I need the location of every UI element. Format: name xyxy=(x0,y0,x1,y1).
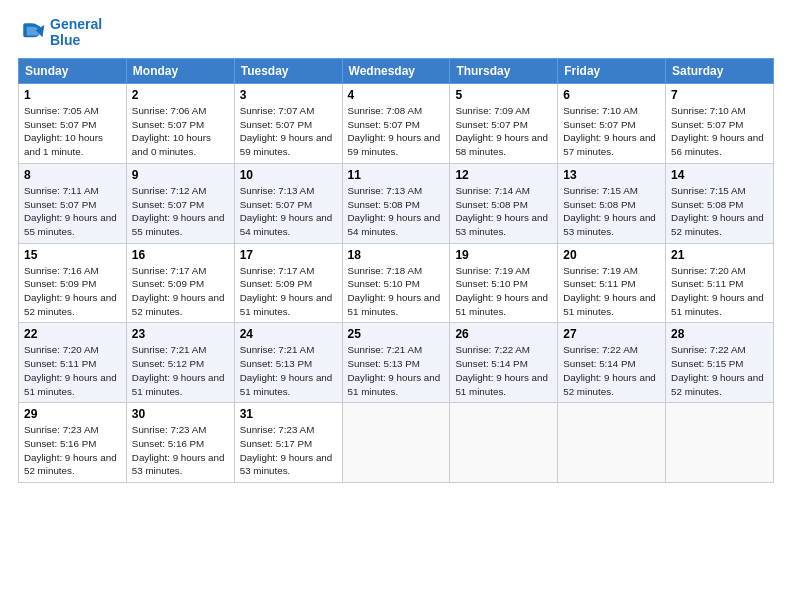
day-cell: 9 Sunrise: 7:12 AM Sunset: 5:07 PM Dayli… xyxy=(126,163,234,243)
day-info: Sunrise: 7:17 AM Sunset: 5:09 PM Dayligh… xyxy=(132,264,229,319)
day-info: Sunrise: 7:12 AM Sunset: 5:07 PM Dayligh… xyxy=(132,184,229,239)
day-number: 19 xyxy=(455,248,552,262)
week-row-1: 1 Sunrise: 7:05 AM Sunset: 5:07 PM Dayli… xyxy=(19,84,774,164)
day-info: Sunrise: 7:11 AM Sunset: 5:07 PM Dayligh… xyxy=(24,184,121,239)
day-number: 29 xyxy=(24,407,121,421)
day-info: Sunrise: 7:22 AM Sunset: 5:14 PM Dayligh… xyxy=(563,343,660,398)
day-number: 13 xyxy=(563,168,660,182)
day-cell: 23 Sunrise: 7:21 AM Sunset: 5:12 PM Dayl… xyxy=(126,323,234,403)
day-cell: 15 Sunrise: 7:16 AM Sunset: 5:09 PM Dayl… xyxy=(19,243,127,323)
day-info: Sunrise: 7:05 AM Sunset: 5:07 PM Dayligh… xyxy=(24,104,121,159)
day-info: Sunrise: 7:22 AM Sunset: 5:15 PM Dayligh… xyxy=(671,343,768,398)
day-info: Sunrise: 7:15 AM Sunset: 5:08 PM Dayligh… xyxy=(563,184,660,239)
day-number: 23 xyxy=(132,327,229,341)
day-info: Sunrise: 7:23 AM Sunset: 5:16 PM Dayligh… xyxy=(132,423,229,478)
day-cell: 16 Sunrise: 7:17 AM Sunset: 5:09 PM Dayl… xyxy=(126,243,234,323)
day-info: Sunrise: 7:07 AM Sunset: 5:07 PM Dayligh… xyxy=(240,104,337,159)
logo-text: General Blue xyxy=(50,16,102,48)
day-cell: 28 Sunrise: 7:22 AM Sunset: 5:15 PM Dayl… xyxy=(666,323,774,403)
day-cell: 5 Sunrise: 7:09 AM Sunset: 5:07 PM Dayli… xyxy=(450,84,558,164)
day-info: Sunrise: 7:09 AM Sunset: 5:07 PM Dayligh… xyxy=(455,104,552,159)
day-number: 12 xyxy=(455,168,552,182)
day-info: Sunrise: 7:14 AM Sunset: 5:08 PM Dayligh… xyxy=(455,184,552,239)
day-info: Sunrise: 7:21 AM Sunset: 5:13 PM Dayligh… xyxy=(240,343,337,398)
day-number: 7 xyxy=(671,88,768,102)
day-info: Sunrise: 7:21 AM Sunset: 5:12 PM Dayligh… xyxy=(132,343,229,398)
day-number: 31 xyxy=(240,407,337,421)
day-info: Sunrise: 7:13 AM Sunset: 5:07 PM Dayligh… xyxy=(240,184,337,239)
day-number: 8 xyxy=(24,168,121,182)
day-cell: 3 Sunrise: 7:07 AM Sunset: 5:07 PM Dayli… xyxy=(234,84,342,164)
col-header-friday: Friday xyxy=(558,59,666,84)
logo: General Blue xyxy=(18,16,102,48)
day-info: Sunrise: 7:19 AM Sunset: 5:11 PM Dayligh… xyxy=(563,264,660,319)
day-cell: 22 Sunrise: 7:20 AM Sunset: 5:11 PM Dayl… xyxy=(19,323,127,403)
week-row-3: 15 Sunrise: 7:16 AM Sunset: 5:09 PM Dayl… xyxy=(19,243,774,323)
day-number: 6 xyxy=(563,88,660,102)
day-number: 4 xyxy=(348,88,445,102)
header: General Blue xyxy=(18,16,774,48)
col-header-sunday: Sunday xyxy=(19,59,127,84)
col-header-thursday: Thursday xyxy=(450,59,558,84)
day-cell: 27 Sunrise: 7:22 AM Sunset: 5:14 PM Dayl… xyxy=(558,323,666,403)
page: General Blue SundayMondayTuesdayWednesda… xyxy=(0,0,792,612)
day-number: 21 xyxy=(671,248,768,262)
col-header-saturday: Saturday xyxy=(666,59,774,84)
day-cell: 20 Sunrise: 7:19 AM Sunset: 5:11 PM Dayl… xyxy=(558,243,666,323)
day-number: 1 xyxy=(24,88,121,102)
day-number: 17 xyxy=(240,248,337,262)
day-number: 27 xyxy=(563,327,660,341)
day-cell: 17 Sunrise: 7:17 AM Sunset: 5:09 PM Dayl… xyxy=(234,243,342,323)
week-row-2: 8 Sunrise: 7:11 AM Sunset: 5:07 PM Dayli… xyxy=(19,163,774,243)
logo-icon xyxy=(18,18,46,46)
day-info: Sunrise: 7:21 AM Sunset: 5:13 PM Dayligh… xyxy=(348,343,445,398)
day-info: Sunrise: 7:16 AM Sunset: 5:09 PM Dayligh… xyxy=(24,264,121,319)
day-number: 25 xyxy=(348,327,445,341)
day-info: Sunrise: 7:22 AM Sunset: 5:14 PM Dayligh… xyxy=(455,343,552,398)
day-cell: 7 Sunrise: 7:10 AM Sunset: 5:07 PM Dayli… xyxy=(666,84,774,164)
day-info: Sunrise: 7:10 AM Sunset: 5:07 PM Dayligh… xyxy=(563,104,660,159)
day-cell xyxy=(342,403,450,483)
col-header-wednesday: Wednesday xyxy=(342,59,450,84)
day-cell: 26 Sunrise: 7:22 AM Sunset: 5:14 PM Dayl… xyxy=(450,323,558,403)
day-number: 26 xyxy=(455,327,552,341)
day-number: 14 xyxy=(671,168,768,182)
day-cell: 31 Sunrise: 7:23 AM Sunset: 5:17 PM Dayl… xyxy=(234,403,342,483)
day-number: 11 xyxy=(348,168,445,182)
day-info: Sunrise: 7:23 AM Sunset: 5:17 PM Dayligh… xyxy=(240,423,337,478)
day-number: 5 xyxy=(455,88,552,102)
day-cell: 12 Sunrise: 7:14 AM Sunset: 5:08 PM Dayl… xyxy=(450,163,558,243)
day-cell xyxy=(666,403,774,483)
day-info: Sunrise: 7:13 AM Sunset: 5:08 PM Dayligh… xyxy=(348,184,445,239)
day-number: 20 xyxy=(563,248,660,262)
day-cell: 10 Sunrise: 7:13 AM Sunset: 5:07 PM Dayl… xyxy=(234,163,342,243)
day-info: Sunrise: 7:08 AM Sunset: 5:07 PM Dayligh… xyxy=(348,104,445,159)
day-number: 3 xyxy=(240,88,337,102)
day-cell xyxy=(558,403,666,483)
calendar: SundayMondayTuesdayWednesdayThursdayFrid… xyxy=(18,58,774,483)
day-number: 16 xyxy=(132,248,229,262)
day-info: Sunrise: 7:17 AM Sunset: 5:09 PM Dayligh… xyxy=(240,264,337,319)
day-cell: 30 Sunrise: 7:23 AM Sunset: 5:16 PM Dayl… xyxy=(126,403,234,483)
day-info: Sunrise: 7:20 AM Sunset: 5:11 PM Dayligh… xyxy=(24,343,121,398)
calendar-header-row: SundayMondayTuesdayWednesdayThursdayFrid… xyxy=(19,59,774,84)
day-cell xyxy=(450,403,558,483)
day-cell: 24 Sunrise: 7:21 AM Sunset: 5:13 PM Dayl… xyxy=(234,323,342,403)
day-cell: 11 Sunrise: 7:13 AM Sunset: 5:08 PM Dayl… xyxy=(342,163,450,243)
day-cell: 21 Sunrise: 7:20 AM Sunset: 5:11 PM Dayl… xyxy=(666,243,774,323)
day-number: 15 xyxy=(24,248,121,262)
day-cell: 4 Sunrise: 7:08 AM Sunset: 5:07 PM Dayli… xyxy=(342,84,450,164)
day-cell: 1 Sunrise: 7:05 AM Sunset: 5:07 PM Dayli… xyxy=(19,84,127,164)
day-info: Sunrise: 7:23 AM Sunset: 5:16 PM Dayligh… xyxy=(24,423,121,478)
day-info: Sunrise: 7:06 AM Sunset: 5:07 PM Dayligh… xyxy=(132,104,229,159)
day-info: Sunrise: 7:20 AM Sunset: 5:11 PM Dayligh… xyxy=(671,264,768,319)
day-info: Sunrise: 7:10 AM Sunset: 5:07 PM Dayligh… xyxy=(671,104,768,159)
day-cell: 14 Sunrise: 7:15 AM Sunset: 5:08 PM Dayl… xyxy=(666,163,774,243)
day-cell: 29 Sunrise: 7:23 AM Sunset: 5:16 PM Dayl… xyxy=(19,403,127,483)
day-cell: 6 Sunrise: 7:10 AM Sunset: 5:07 PM Dayli… xyxy=(558,84,666,164)
day-number: 2 xyxy=(132,88,229,102)
day-number: 10 xyxy=(240,168,337,182)
day-number: 24 xyxy=(240,327,337,341)
day-number: 28 xyxy=(671,327,768,341)
day-cell: 25 Sunrise: 7:21 AM Sunset: 5:13 PM Dayl… xyxy=(342,323,450,403)
